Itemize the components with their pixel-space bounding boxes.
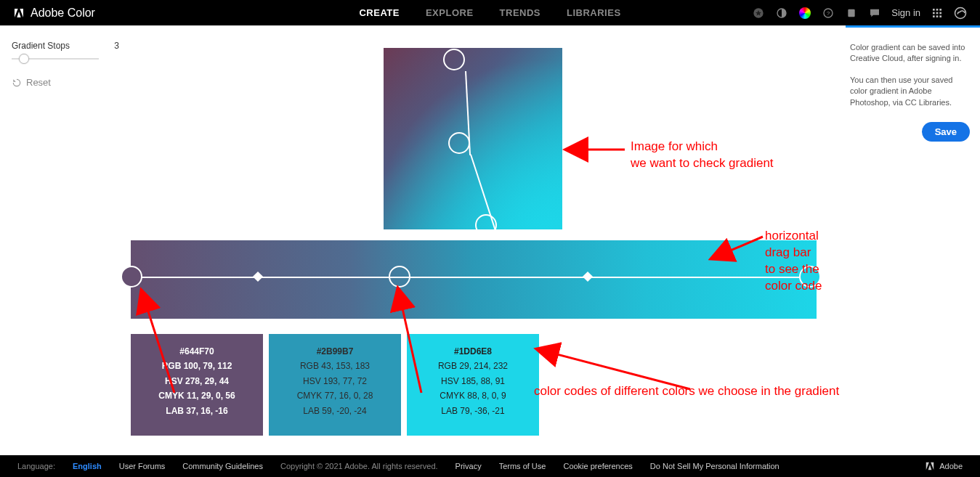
- reset-icon: [12, 78, 22, 88]
- svg-rect-5: [933, 9, 935, 11]
- nav-libraries[interactable]: LIBRARIES: [567, 7, 621, 18]
- svg-rect-10: [939, 12, 941, 14]
- gradient-stops-slider[interactable]: [12, 58, 99, 60]
- footer-community-guidelines[interactable]: Community Guidelines: [182, 462, 263, 470]
- footer-do-not-sell[interactable]: Do Not Sell My Personal Information: [650, 462, 779, 470]
- svg-rect-11: [933, 15, 935, 17]
- brand[interactable]: Adobe Color: [13, 7, 95, 20]
- color-card[interactable]: #2B99B7 RGB 43, 153, 183 HSV 193, 77, 72…: [269, 334, 401, 436]
- gradient-stops-label: Gradient Stops: [12, 41, 70, 51]
- hex-value: #1DD6E8: [407, 344, 539, 359]
- gradient-stops-row: Gradient Stops 3: [12, 41, 119, 51]
- gradient-source-image[interactable]: [384, 48, 562, 229]
- lab-value: LAB 37, 16, -16: [131, 404, 263, 418]
- contrast-icon[interactable]: [775, 7, 788, 20]
- rgb-value: RGB 100, 79, 112: [131, 359, 263, 373]
- footer-cookies[interactable]: Cookie preferences: [563, 462, 632, 470]
- hsv-value: HSV 278, 29, 44: [131, 374, 263, 388]
- image-color-node[interactable]: [475, 214, 497, 236]
- slider-thumb[interactable]: [19, 54, 29, 64]
- save-button[interactable]: Save: [922, 122, 970, 142]
- announce-icon[interactable]: [845, 7, 858, 20]
- svg-rect-12: [936, 15, 939, 17]
- annotation-text: horizontal drag bar to see the color cod…: [765, 228, 846, 295]
- hex-value: #2B99B7: [269, 344, 401, 359]
- nav-trends[interactable]: TRENDS: [500, 7, 540, 18]
- colorwheel-icon[interactable]: [798, 7, 811, 20]
- rgb-value: RGB 29, 214, 232: [407, 359, 539, 373]
- svg-rect-13: [939, 15, 941, 17]
- feedback-icon[interactable]: [868, 7, 881, 20]
- gradient-bar-track: [131, 277, 817, 278]
- main-area: Gradient Stops 3 Reset: [0, 25, 980, 455]
- sidebar-left: Gradient Stops 3 Reset: [0, 25, 131, 455]
- footer-copyright: Copyright © 2021 Adobe. All rights reser…: [280, 462, 438, 470]
- workspace: #644F70 RGB 100, 79, 112 HSV 278, 29, 44…: [131, 25, 846, 455]
- gradient-bar[interactable]: [131, 240, 817, 319]
- gradient-bar-fill: [131, 240, 817, 319]
- cc-icon[interactable]: [954, 7, 967, 20]
- svg-text:?: ?: [827, 9, 830, 16]
- rgb-value: RGB 43, 153, 183: [269, 359, 401, 373]
- footer-user-forums[interactable]: User Forums: [119, 462, 166, 470]
- hex-value: #644F70: [131, 344, 263, 359]
- brand-label: Adobe Color: [31, 7, 95, 20]
- svg-rect-6: [936, 9, 939, 11]
- nav-create[interactable]: CREATE: [359, 7, 399, 18]
- language-label: Language:: [17, 462, 55, 470]
- svg-rect-4: [849, 9, 855, 17]
- signin-link[interactable]: Sign in: [891, 7, 920, 18]
- lab-value: LAB 59, -20, -24: [269, 404, 401, 418]
- hsv-value: HSV 193, 77, 72: [269, 374, 401, 388]
- help-icon[interactable]: ?: [822, 7, 835, 20]
- hsv-value: HSV 185, 88, 91: [407, 374, 539, 388]
- star-icon[interactable]: [752, 7, 765, 20]
- footer-privacy[interactable]: Privacy: [455, 462, 482, 470]
- svg-rect-8: [933, 12, 935, 14]
- svg-rect-7: [939, 9, 941, 11]
- gradient-stops-value: 3: [114, 41, 119, 51]
- footer: Language: English User Forums Community …: [0, 455, 980, 477]
- cmyk-value: CMYK 77, 16, 0, 28: [269, 388, 401, 403]
- language-selector[interactable]: English: [73, 462, 102, 470]
- adobe-logo-icon: [925, 461, 935, 471]
- info-text: Color gradient can be saved into Creativ…: [850, 42, 971, 65]
- gradient-stop-handle[interactable]: [389, 266, 410, 288]
- reset-button[interactable]: Reset: [12, 77, 119, 88]
- image-color-node[interactable]: [443, 49, 465, 70]
- annotation-text: color codes of different colors we choos…: [534, 383, 839, 400]
- adobe-logo-icon: [13, 7, 25, 19]
- sidebar-right: Color gradient can be saved into Creativ…: [846, 25, 980, 455]
- cmyk-value: CMYK 88, 8, 0, 9: [407, 388, 539, 403]
- footer-adobe-mark[interactable]: Adobe: [925, 461, 963, 471]
- lab-value: LAB 79, -36, -21: [407, 404, 539, 418]
- color-card[interactable]: #644F70 RGB 100, 79, 112 HSV 278, 29, 44…: [131, 334, 263, 436]
- color-card[interactable]: #1DD6E8 RGB 29, 214, 232 HSV 185, 88, 91…: [407, 334, 539, 436]
- svg-rect-9: [936, 12, 939, 14]
- nav-explore[interactable]: EXPLORE: [426, 7, 474, 18]
- footer-terms[interactable]: Terms of Use: [499, 462, 546, 470]
- gradient-stop-handle[interactable]: [121, 266, 142, 288]
- annotation-text: Image for which we want to check gradien…: [631, 139, 774, 172]
- app-header: Adobe Color CREATE EXPLORE TRENDS LIBRAR…: [0, 0, 980, 25]
- apps-grid-icon[interactable]: [931, 7, 944, 20]
- color-cards: #644F70 RGB 100, 79, 112 HSV 278, 29, 44…: [131, 334, 539, 436]
- info-text: You can then use your saved color gradie…: [850, 75, 971, 108]
- primary-nav: CREATE EXPLORE TRENDS LIBRARIES: [359, 7, 620, 18]
- image-color-node[interactable]: [448, 132, 470, 154]
- reset-label: Reset: [26, 77, 51, 88]
- header-actions: ? Sign in: [752, 7, 967, 20]
- cmyk-value: CMYK 11, 29, 0, 56: [131, 388, 263, 403]
